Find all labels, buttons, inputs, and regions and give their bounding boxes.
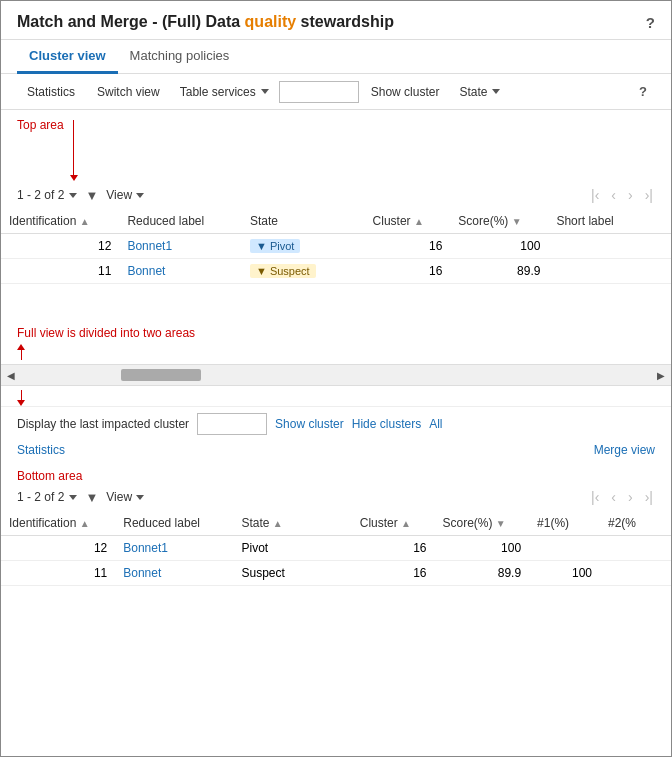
th-short-label: Short label xyxy=(548,209,671,234)
state-chevron-icon xyxy=(492,89,500,94)
top-filter-icon[interactable]: ▼ xyxy=(85,188,98,203)
top-table-container: Identification ▲ Reduced label State Clu… xyxy=(1,209,671,284)
top-row1-link[interactable]: Bonnet1 xyxy=(127,239,172,253)
bottom-th-score: Score(%) ▼ xyxy=(434,511,529,536)
top-next-button[interactable]: › xyxy=(626,187,635,203)
divider-annotation-area: Full view is divided into two areas xyxy=(1,284,671,364)
top-area-section: Top area 1 - 2 of 2 ▼ View |‹ ‹ › ›| xyxy=(1,110,671,406)
help-button[interactable]: ? xyxy=(646,14,655,31)
show-cluster-link[interactable]: Show cluster xyxy=(275,417,344,431)
top-table-row: 12 Bonnet1 ▼ Pivot 16 100 xyxy=(1,234,671,259)
bottom-row1-id: 12 xyxy=(1,536,115,561)
app-container: Match and Merge - (Full) Data quality st… xyxy=(1,1,671,586)
bottom-table-container: Identification ▲ Reduced label State ▲ C… xyxy=(1,511,671,586)
tab-matching-policies[interactable]: Matching policies xyxy=(118,40,242,74)
table-services-dropdown[interactable]: Table services xyxy=(172,81,277,103)
bottom-cluster-sort-icon: ▲ xyxy=(401,518,411,529)
bottom-row2-id: 11 xyxy=(1,561,115,586)
statistics-button[interactable]: Statistics xyxy=(17,81,85,103)
top-row1-cluster: 16 xyxy=(365,234,451,259)
scroll-thumb[interactable] xyxy=(121,369,201,381)
score-sort-icon: ▼ xyxy=(512,216,522,227)
tab-cluster-view[interactable]: Cluster view xyxy=(17,40,118,74)
bottom-state-sort-icon: ▲ xyxy=(273,518,283,529)
display-cluster-input[interactable] xyxy=(197,413,267,435)
state-dropdown[interactable]: State xyxy=(451,81,508,103)
suspect-dropdown-icon: ▼ xyxy=(256,265,267,277)
top-row2-short xyxy=(548,259,671,284)
bottom-row1-reduced: Bonnet1 xyxy=(115,536,233,561)
top-row1-state-badge[interactable]: ▼ Pivot xyxy=(250,239,300,253)
bottom-next-button[interactable]: › xyxy=(626,489,635,505)
bottom-prev-button[interactable]: ‹ xyxy=(609,489,618,505)
top-last-button[interactable]: ›| xyxy=(643,187,655,203)
bottom-row1-state: Pivot xyxy=(233,536,351,561)
title-prefix: Match and Merge - (Full) Data xyxy=(17,13,245,30)
top-prev-button[interactable]: ‹ xyxy=(609,187,618,203)
bottom-th-identification: Identification ▲ xyxy=(1,511,115,536)
switch-view-button[interactable]: Switch view xyxy=(87,81,170,103)
title-suffix: stewardship xyxy=(296,13,394,30)
top-area-label: Top area xyxy=(17,118,64,132)
th-state: State xyxy=(242,209,365,234)
bottom-filter-icon[interactable]: ▼ xyxy=(85,490,98,505)
top-arrow xyxy=(70,120,78,181)
bottom-row2-link[interactable]: Bonnet xyxy=(123,566,161,580)
bottom-row1-link[interactable]: Bonnet1 xyxy=(123,541,168,555)
display-last-label: Display the last impacted cluster xyxy=(17,417,189,431)
top-row1-reduced: Bonnet1 xyxy=(119,234,242,259)
merge-view-link[interactable]: Merge view xyxy=(594,443,655,457)
bottom-table-header-row: Identification ▲ Reduced label State ▲ C… xyxy=(1,511,671,536)
bottom-view-chevron-icon xyxy=(136,495,144,500)
bottom-data-table: Identification ▲ Reduced label State ▲ C… xyxy=(1,511,671,586)
bottom-area-label-row: Bottom area xyxy=(1,463,671,483)
th-reduced-label: Reduced label xyxy=(119,209,242,234)
th-identification: Identification ▲ xyxy=(1,209,119,234)
top-row2-state-badge[interactable]: ▼ Suspect xyxy=(250,264,316,278)
top-row2-id: 11 xyxy=(1,259,119,284)
cluster-sort-icon: ▲ xyxy=(414,216,424,227)
top-first-button[interactable]: |‹ xyxy=(589,187,601,203)
hide-clusters-link[interactable]: Hide clusters xyxy=(352,417,421,431)
bottom-row1-cluster: 16 xyxy=(352,536,435,561)
bottom-row1-num2 xyxy=(600,536,671,561)
top-view-dropdown[interactable]: View xyxy=(106,188,144,202)
full-view-divider-label: Full view is divided into two areas xyxy=(17,326,195,340)
scroll-left-button[interactable]: ◀ xyxy=(5,370,17,381)
bottom-th-reduced-label: Reduced label xyxy=(115,511,233,536)
bottom-area-label: Bottom area xyxy=(17,469,82,483)
all-link[interactable]: All xyxy=(429,417,442,431)
pivot-dropdown-icon: ▼ xyxy=(256,240,267,252)
bottom-row2-cluster: 16 xyxy=(352,561,435,586)
cluster-search-input[interactable] xyxy=(279,81,359,103)
bottom-row2-num1: 100 xyxy=(529,561,600,586)
bottom-pagination[interactable]: 1 - 2 of 2 xyxy=(17,490,77,504)
bottom-score-sort-icon: ▼ xyxy=(496,518,506,529)
bottom-view-dropdown[interactable]: View xyxy=(106,490,144,504)
top-row1-state: ▼ Pivot xyxy=(242,234,365,259)
top-row2-reduced: Bonnet xyxy=(119,259,242,284)
top-table-header-row: Identification ▲ Reduced label State Clu… xyxy=(1,209,671,234)
top-row2-cluster: 16 xyxy=(365,259,451,284)
bottom-th-cluster: Cluster ▲ xyxy=(352,511,435,536)
bottom-row2-reduced: Bonnet xyxy=(115,561,233,586)
top-data-table: Identification ▲ Reduced label State Clu… xyxy=(1,209,671,284)
toolbar-help-button[interactable]: ? xyxy=(631,80,655,103)
bottom-first-button[interactable]: |‹ xyxy=(589,489,601,505)
show-cluster-button[interactable]: Show cluster xyxy=(361,81,450,103)
top-table-row: 11 Bonnet ▼ Suspect 16 89.9 xyxy=(1,259,671,284)
pagination-chevron-icon xyxy=(69,193,77,198)
bottom-id-sort-icon: ▲ xyxy=(80,518,90,529)
bottom-th-num2: #2(% xyxy=(600,511,671,536)
top-row2-link[interactable]: Bonnet xyxy=(127,264,165,278)
bottom-toolbar: Display the last impacted cluster Show c… xyxy=(1,406,671,441)
scroll-right-button[interactable]: ▶ xyxy=(655,370,667,381)
bottom-table-row: 11 Bonnet Suspect 16 89.9 100 xyxy=(1,561,671,586)
tabs-bar: Cluster view Matching policies xyxy=(1,40,671,74)
bottom-area-section: Bottom area 1 - 2 of 2 ▼ View |‹ ‹ › ›| xyxy=(1,463,671,586)
statistics-link[interactable]: Statistics xyxy=(17,443,65,457)
bottom-last-button[interactable]: ›| xyxy=(643,489,655,505)
bottom-th-num1: #1(%) xyxy=(529,511,600,536)
horizontal-scrollbar[interactable]: ◀ ▶ xyxy=(1,364,671,386)
top-pagination[interactable]: 1 - 2 of 2 xyxy=(17,188,77,202)
